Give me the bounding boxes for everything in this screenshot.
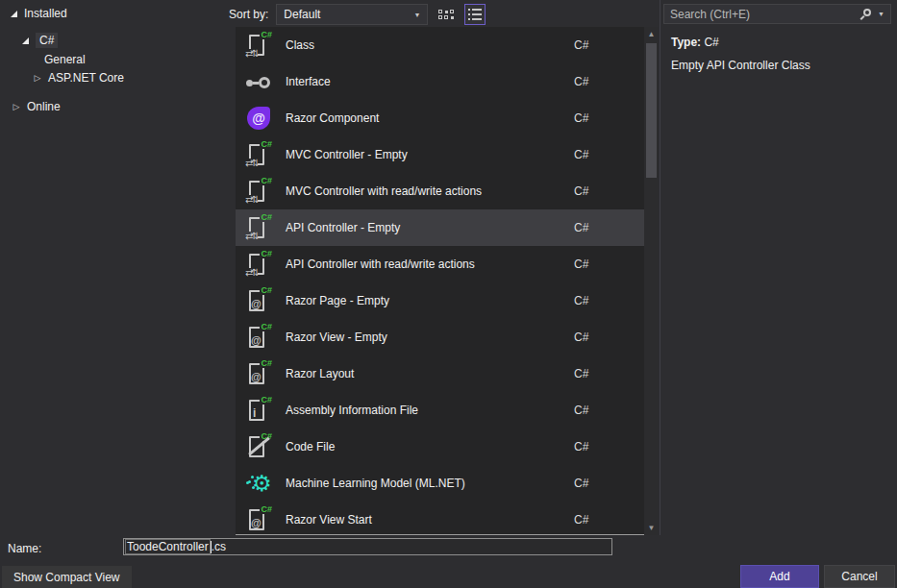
csharp-class-icon: C#⇄⇅ xyxy=(245,31,274,60)
search-icon[interactable] xyxy=(861,9,873,20)
template-name: Machine Learning Model (ML.NET) xyxy=(286,477,465,490)
template-language: C# xyxy=(574,221,588,234)
template-language: C# xyxy=(574,75,588,88)
razor-file-icon: C#@ xyxy=(245,286,274,315)
name-value-extension: .cs xyxy=(212,540,226,553)
csharp-class-icon: C#⇄⇅ xyxy=(245,250,274,279)
template-language: C# xyxy=(574,404,588,417)
template-name: API Controller with read/write actions xyxy=(286,257,475,271)
template-row[interactable]: C#⇄⇅MVC Controller with read/write actio… xyxy=(236,173,644,209)
code-file-icon: C# xyxy=(245,432,274,461)
template-name: Razor Layout xyxy=(286,367,354,380)
sort-bar: Sort by: Default ▼ xyxy=(229,3,486,26)
tree-item-label: ASP.NET Core xyxy=(48,71,124,85)
details-panel: Search (Ctrl+E) ▼ Type: C# Empty API Con… xyxy=(660,0,897,535)
template-language: C# xyxy=(574,111,588,125)
chevron-down-icon[interactable]: ▼ xyxy=(878,11,885,17)
sort-by-label: Sort by: xyxy=(229,8,268,21)
template-name: Razor View - Empty xyxy=(286,331,387,344)
type-value: C# xyxy=(704,36,718,49)
sort-by-value: Default xyxy=(284,8,320,21)
tree-item-label: C# xyxy=(36,33,58,48)
expanded-icon[interactable] xyxy=(8,11,19,17)
template-row[interactable]: C#⇄⇅API Controller with read/write actio… xyxy=(236,246,644,282)
template-language: C# xyxy=(574,513,588,527)
tree-item-label: Installed xyxy=(24,7,67,20)
name-input[interactable]: ToodeController .cs xyxy=(123,538,612,555)
collapsed-icon[interactable]: ▷ xyxy=(11,103,22,111)
template-name: MVC Controller - Empty xyxy=(286,148,408,161)
template-row[interactable]: C#@Razor View - EmptyC# xyxy=(236,319,644,355)
template-language: C# xyxy=(574,367,588,380)
csharp-class-icon: C#⇄⇅ xyxy=(245,213,274,242)
list-view-icon xyxy=(468,9,482,20)
template-type: Type: C# xyxy=(671,36,719,49)
tree-item-label: Online xyxy=(27,100,61,113)
template-row[interactable]: InterfaceC# xyxy=(236,63,644,100)
tree-item-installed[interactable]: Installed xyxy=(8,5,67,22)
template-row[interactable]: C#@Razor View StartC# xyxy=(236,502,644,535)
interface-icon xyxy=(245,67,274,96)
template-list: C#⇄⇅ClassC#InterfaceC#@Razor ComponentC#… xyxy=(236,27,659,535)
template-name: Interface xyxy=(286,75,331,88)
template-row[interactable]: C#Code FileC# xyxy=(236,429,644,465)
template-row[interactable]: C#⇄⇅MVC Controller - EmptyC# xyxy=(236,136,644,173)
list-scrollbar[interactable]: ▲ ▼ xyxy=(644,27,659,535)
csharp-class-icon: C#⇄⇅ xyxy=(245,140,274,169)
csharp-class-icon: C#⇄⇅ xyxy=(245,177,274,206)
template-row[interactable]: C#@Razor LayoutC# xyxy=(236,355,644,392)
template-row[interactable]: ⚙Machine Learning Model (ML.NET)C# xyxy=(236,465,644,502)
template-name: Assembly Information File xyxy=(286,404,418,417)
category-tree: Installed C# General ▷ ASP.NET Core ▷ On… xyxy=(0,0,236,535)
template-language: C# xyxy=(574,257,588,271)
template-row[interactable]: C#@Razor Page - EmptyC# xyxy=(236,282,644,319)
template-name: API Controller - Empty xyxy=(286,221,400,234)
medium-icons-view-button[interactable] xyxy=(436,4,457,25)
type-label: Type: xyxy=(671,36,704,49)
template-language: C# xyxy=(574,440,588,453)
sort-by-dropdown[interactable]: Default ▼ xyxy=(276,4,428,25)
template-name: Code File xyxy=(286,440,335,453)
template-name: Class xyxy=(286,38,314,52)
add-new-item-dialog: Installed C# General ▷ ASP.NET Core ▷ On… xyxy=(0,0,897,588)
template-language: C# xyxy=(574,331,588,344)
template-name: MVC Controller with read/write actions xyxy=(286,184,482,198)
template-name: Razor View Start xyxy=(286,513,372,527)
razor-component-icon: @ xyxy=(245,104,274,133)
tree-item-csharp[interactable]: C# xyxy=(19,32,58,49)
add-button[interactable]: Add xyxy=(740,565,819,588)
show-compact-view-button[interactable]: Show Compact View xyxy=(2,566,132,588)
template-name: Razor Page - Empty xyxy=(286,294,389,307)
ml-model-icon: ⚙ xyxy=(245,469,274,498)
template-language: C# xyxy=(574,184,588,198)
name-label: Name: xyxy=(8,542,41,555)
list-view-button[interactable] xyxy=(464,4,486,25)
expanded-icon[interactable] xyxy=(19,37,31,44)
cancel-button[interactable]: Cancel xyxy=(824,565,895,588)
tree-item-general[interactable]: General xyxy=(44,51,86,68)
collapsed-icon[interactable]: ▷ xyxy=(32,74,43,83)
scrollbar-thumb[interactable] xyxy=(646,43,657,178)
search-placeholder: Search (Ctrl+E) xyxy=(670,8,861,21)
template-language: C# xyxy=(574,38,588,52)
medium-icons-view-icon xyxy=(438,10,454,19)
tree-item-online[interactable]: ▷ Online xyxy=(11,98,61,115)
bottom-bar: Name: ToodeController .cs Show Compact V… xyxy=(0,535,897,588)
assembly-info-icon: C#i xyxy=(245,396,274,425)
template-row[interactable]: C#⇄⇅ClassC# xyxy=(236,27,644,63)
template-row[interactable]: @Razor ComponentC# xyxy=(236,100,644,136)
name-value-base: ToodeController xyxy=(126,540,210,553)
razor-file-icon: C#@ xyxy=(245,323,274,352)
search-input[interactable]: Search (Ctrl+E) ▼ xyxy=(663,4,891,24)
razor-file-icon: C#@ xyxy=(245,359,274,388)
tree-item-aspnet-core[interactable]: ▷ ASP.NET Core xyxy=(32,69,124,86)
tree-item-label: General xyxy=(44,53,86,66)
scroll-up-icon[interactable]: ▲ xyxy=(644,30,659,38)
template-row[interactable]: C#⇄⇅API Controller - EmptyC# xyxy=(236,209,644,246)
razor-file-icon: C#@ xyxy=(245,505,274,534)
template-name: Razor Component xyxy=(286,111,379,125)
template-language: C# xyxy=(574,148,588,161)
scroll-down-icon[interactable]: ▼ xyxy=(644,524,659,532)
template-row[interactable]: C#iAssembly Information FileC# xyxy=(236,392,644,429)
template-language: C# xyxy=(574,294,588,307)
